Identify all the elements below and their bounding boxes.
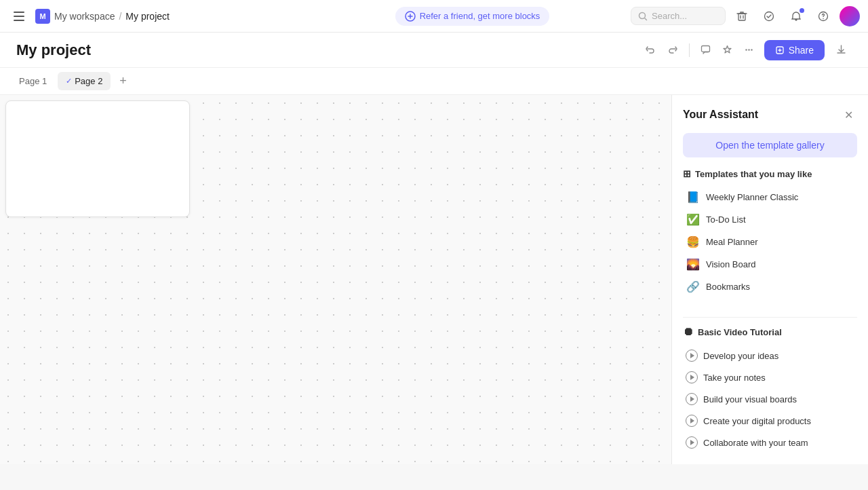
breadcrumb-current: My project xyxy=(125,11,170,22)
nav-right: Search... xyxy=(631,5,860,27)
svg-point-11 xyxy=(748,49,749,50)
trash-icon xyxy=(736,11,747,22)
toolbar-separator xyxy=(689,43,690,57)
comment-button[interactable] xyxy=(696,41,715,60)
comment-icon xyxy=(701,45,711,55)
check-icon xyxy=(764,11,774,22)
play-icon xyxy=(686,393,698,405)
svg-rect-0 xyxy=(14,12,24,13)
help-button[interactable] xyxy=(812,5,834,27)
template-emoji-bookmark: 🔗 xyxy=(686,280,701,293)
more-icon xyxy=(744,45,754,55)
close-assistant-button[interactable]: ✕ xyxy=(840,106,857,124)
tutorial-list: Develop your ideas Take your notes Build… xyxy=(683,345,857,453)
export-icon xyxy=(836,45,846,55)
svg-point-8 xyxy=(823,18,824,19)
svg-rect-9 xyxy=(702,46,710,52)
notification-dot xyxy=(800,8,804,13)
help-icon xyxy=(818,11,829,22)
undo-button[interactable] xyxy=(642,41,660,60)
tab-check-icon: ✓ xyxy=(66,77,72,86)
template-item[interactable]: 🌄 Vision Board xyxy=(683,253,857,276)
nav-left: M My workspace / My project xyxy=(8,5,314,27)
add-tab-button[interactable]: + xyxy=(113,72,132,91)
redo-icon xyxy=(667,45,677,55)
nav-center: Refer a friend, get more blocks xyxy=(319,7,625,26)
template-item[interactable]: 🔗 Bookmarks xyxy=(683,276,857,298)
check-button[interactable] xyxy=(758,5,780,27)
assistant-panel: Your Assistant ✕ Open the template galle… xyxy=(671,95,868,464)
tutorial-item-notes[interactable]: Take your notes xyxy=(683,366,857,388)
notification-button[interactable] xyxy=(785,5,807,27)
tutorial-section: ⏺ Basic Video Tutorial Develop your idea… xyxy=(683,326,857,453)
workspace-name[interactable]: My workspace xyxy=(54,11,115,22)
tutorial-section-title: ⏺ Basic Video Tutorial xyxy=(683,326,857,338)
grid-icon: ⊞ xyxy=(683,168,691,179)
page-toolbar: My project Share xyxy=(0,33,868,68)
breadcrumb: M My workspace / My project xyxy=(35,9,170,24)
main-content: Your Assistant ✕ Open the template galle… xyxy=(0,95,868,464)
divider xyxy=(683,317,857,318)
svg-point-4 xyxy=(639,12,646,18)
template-emoji-meal: 🍔 xyxy=(686,235,701,248)
assistant-title: Your Assistant xyxy=(683,109,758,121)
top-navigation: M My workspace / My project Refer a frie… xyxy=(0,0,868,33)
play-circle-icon: ⏺ xyxy=(683,326,694,338)
breadcrumb-separator: / xyxy=(119,11,121,22)
template-item[interactable]: 📘 Weekly Planner Classic xyxy=(683,186,857,208)
tabs-bar: Page 1 ✓ Page 2 + xyxy=(0,68,868,95)
page-card xyxy=(5,100,190,217)
tutorial-item-products[interactable]: Create your digital products xyxy=(683,410,857,432)
undo-icon xyxy=(646,45,656,55)
trash-button[interactable] xyxy=(731,5,753,27)
share-button[interactable]: Share xyxy=(764,40,825,60)
template-emoji-todo: ✅ xyxy=(686,213,701,226)
tutorial-item-boards[interactable]: Build your visual boards xyxy=(683,388,857,410)
tutorial-item-collaborate[interactable]: Collaborate with your team xyxy=(683,432,857,453)
template-item[interactable]: 🍔 Meal Planner xyxy=(683,231,857,253)
svg-point-6 xyxy=(765,12,774,20)
tab-page1[interactable]: Page 1 xyxy=(11,72,55,90)
template-item[interactable]: ✅ To-Do List xyxy=(683,208,857,231)
play-icon xyxy=(686,350,698,362)
share-icon xyxy=(775,45,785,55)
template-emoji-vision: 🌄 xyxy=(686,258,701,271)
export-button[interactable] xyxy=(830,39,852,61)
search-box[interactable]: Search... xyxy=(631,7,726,25)
svg-rect-2 xyxy=(14,20,24,21)
tutorial-item-ideas[interactable]: Develop your ideas xyxy=(683,345,857,366)
play-icon xyxy=(686,415,698,427)
star-icon xyxy=(722,45,732,55)
play-icon xyxy=(686,436,698,449)
play-icon xyxy=(686,371,698,383)
workspace-avatar: M xyxy=(35,9,50,24)
svg-point-12 xyxy=(751,49,752,50)
template-emoji-weekly: 📘 xyxy=(686,191,701,204)
svg-rect-5 xyxy=(738,14,745,20)
templates-section-title: ⊞ Templates that you may like xyxy=(683,168,857,179)
tab-page2[interactable]: ✓ Page 2 xyxy=(58,72,111,90)
assistant-header: Your Assistant ✕ xyxy=(683,106,857,124)
svg-rect-1 xyxy=(14,16,24,17)
menu-button[interactable] xyxy=(8,5,30,27)
refer-button[interactable]: Refer a friend, get more blocks xyxy=(395,7,550,26)
redo-button[interactable] xyxy=(663,41,682,60)
search-icon xyxy=(638,12,648,21)
template-list: 📘 Weekly Planner Classic ✅ To-Do List 🍔 … xyxy=(683,186,857,298)
canvas-area[interactable] xyxy=(0,95,671,464)
more-button[interactable] xyxy=(740,41,759,60)
svg-point-10 xyxy=(745,49,747,50)
open-gallery-button[interactable]: Open the template gallery xyxy=(683,133,857,157)
page-title: My project xyxy=(16,41,636,59)
user-avatar[interactable] xyxy=(840,6,860,26)
toolbar-actions xyxy=(642,41,759,60)
star-button[interactable] xyxy=(718,41,737,60)
